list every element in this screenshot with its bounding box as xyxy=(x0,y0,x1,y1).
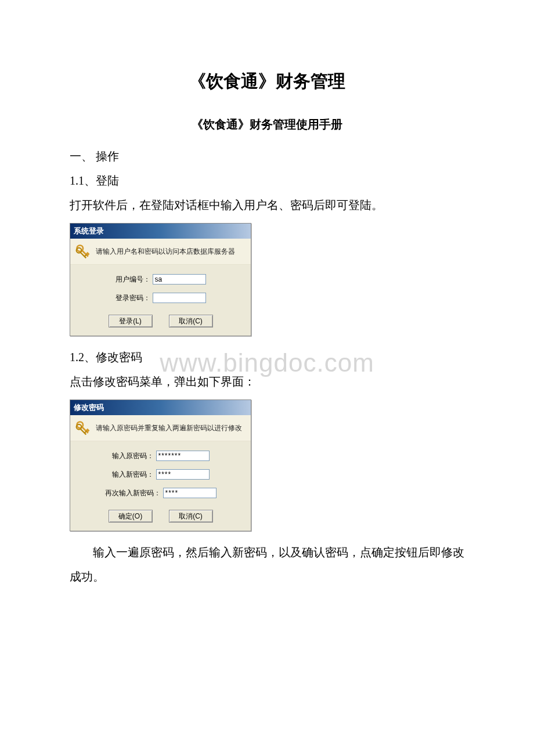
change-password-hint-text: 请输入原密码并重复输入两遍新密码以进行修改 xyxy=(96,423,242,433)
confirm-password-label: 再次输入新密码： xyxy=(105,488,161,498)
confirm-password-input[interactable]: **** xyxy=(163,488,217,498)
login-cancel-button[interactable]: 取消(C) xyxy=(169,315,213,327)
old-password-input[interactable]: ******* xyxy=(156,451,210,461)
login-dialog-title: 系统登录 xyxy=(70,224,251,239)
doc-subtitle: 《饮食通》财务管理使用手册 xyxy=(70,117,464,132)
old-password-label: 输入原密码： xyxy=(112,451,154,461)
login-password-label: 登录密码： xyxy=(116,293,150,303)
login-hint-text: 请输入用户名和密码以访问本店数据库服务器 xyxy=(96,247,235,257)
keys-icon xyxy=(75,243,91,260)
section-1-2-heading: 1.2、修改密码 xyxy=(70,345,464,369)
new-password-label: 输入新密码： xyxy=(112,470,154,480)
login-button[interactable]: 登录(L) xyxy=(109,315,153,327)
new-password-input[interactable]: **** xyxy=(156,469,210,480)
paragraph-2: 点击修改密码菜单，弹出如下界面： xyxy=(70,369,464,394)
login-password-input[interactable] xyxy=(153,293,206,303)
ok-button[interactable]: 确定(O) xyxy=(109,510,153,523)
user-id-input[interactable] xyxy=(153,274,206,285)
change-password-title: 修改密码 xyxy=(70,400,251,415)
keys-icon xyxy=(75,420,91,436)
user-id-label: 用户编号： xyxy=(116,275,150,285)
doc-title: 《饮食通》财务管理 xyxy=(70,70,464,93)
change-password-dialog: 修改密码 请输入原密码并重复输入两遍新密码以进行修改 输入原密码： ******… xyxy=(70,399,251,531)
login-dialog: 系统登录 请输入用户名和密码以访问本店数据库服务器 用户编号： 登录密码： 登录… xyxy=(70,223,251,336)
paragraph-3: 输入一遍原密码，然后输入新密码，以及确认密码，点确定按钮后即修改成功。 xyxy=(70,540,464,589)
change-password-cancel-button[interactable]: 取消(C) xyxy=(169,510,213,523)
paragraph-1: 打开软件后，在登陆对话框中输入用户名、密码后即可登陆。 xyxy=(70,193,464,217)
section-1-1-heading: 1.1、登陆 xyxy=(70,168,464,193)
section-1-heading: 一、 操作 xyxy=(70,144,464,168)
